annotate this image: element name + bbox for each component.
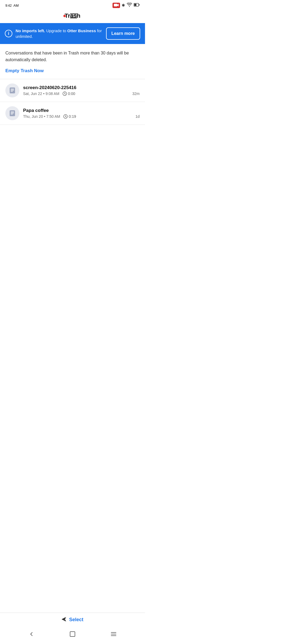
wifi-icon bbox=[127, 3, 132, 8]
svg-rect-7 bbox=[11, 90, 14, 90]
header: Trash bbox=[0, 10, 145, 23]
camera-icon bbox=[113, 3, 120, 8]
conversation-age: 32m bbox=[132, 92, 140, 96]
svg-rect-0 bbox=[114, 4, 117, 6]
svg-rect-12 bbox=[11, 113, 14, 113]
svg-rect-11 bbox=[11, 112, 14, 112]
banner-text: No imports left. Upgrade to Otter Busine… bbox=[16, 28, 103, 39]
conversation-details: Papa coffee Thu, Jun 20 • 7:50 AM 0:19 1… bbox=[23, 108, 140, 119]
upgrade-banner: i No imports left. Upgrade to Otter Busi… bbox=[0, 23, 145, 44]
svg-marker-1 bbox=[117, 4, 119, 6]
status-icons: ✱ bbox=[113, 3, 140, 8]
status-bar: 9:42 AM ✱ bbox=[0, 0, 145, 10]
conversation-age: 1d bbox=[135, 114, 140, 119]
empty-trash-button[interactable]: Empty Trash Now bbox=[0, 65, 49, 79]
conversation-meta: Sat, Jun 22 • 9:08 AM 0:00 32m bbox=[23, 92, 140, 96]
conversation-icon bbox=[5, 83, 19, 97]
conversation-icon bbox=[5, 106, 19, 120]
svg-rect-8 bbox=[11, 91, 13, 92]
hamburger-icon[interactable] bbox=[70, 13, 77, 18]
conversation-details: screen-20240620-225416 Sat, Jun 22 • 9:0… bbox=[23, 85, 140, 96]
clock-icon bbox=[63, 92, 67, 96]
conversation-duration: 0:00 bbox=[63, 92, 75, 96]
conversation-title: screen-20240620-225416 bbox=[23, 85, 140, 90]
banner-content: i No imports left. Upgrade to Otter Busi… bbox=[5, 28, 103, 39]
banner-message3: Otter Business bbox=[67, 28, 96, 33]
banner-message1: No imports left. bbox=[16, 28, 45, 33]
conversation-date: Sat, Jun 22 • 9:08 AM bbox=[23, 92, 59, 96]
svg-rect-4 bbox=[139, 4, 140, 6]
svg-rect-6 bbox=[11, 89, 14, 89]
conversation-date: Thu, Jun 20 • 7:50 AM bbox=[23, 114, 60, 119]
banner-info-icon: i bbox=[5, 30, 12, 37]
notification-dot bbox=[63, 15, 66, 17]
transcript-icon bbox=[9, 110, 16, 117]
conversation-list: screen-20240620-225416 Sat, Jun 22 • 9:0… bbox=[0, 79, 145, 125]
status-time-suffix: AM bbox=[13, 3, 19, 8]
bluetooth-icon: ✱ bbox=[122, 3, 125, 8]
svg-rect-3 bbox=[134, 4, 136, 6]
list-item[interactable]: Papa coffee Thu, Jun 20 • 7:50 AM 0:19 1… bbox=[0, 102, 145, 125]
svg-rect-13 bbox=[11, 114, 13, 114]
list-item[interactable]: screen-20240620-225416 Sat, Jun 22 • 9:0… bbox=[0, 79, 145, 102]
banner-message2: Upgrade to bbox=[45, 28, 67, 33]
trash-description: Conversations that have been in Trash mo… bbox=[0, 44, 145, 65]
transcript-icon bbox=[9, 87, 16, 94]
learn-more-button[interactable]: Learn more bbox=[106, 27, 140, 40]
battery-icon bbox=[134, 3, 140, 8]
status-time: 9:42 AM bbox=[5, 3, 19, 8]
conversation-meta: Thu, Jun 20 • 7:50 AM 0:19 1d bbox=[23, 114, 140, 119]
conversation-duration: 0:19 bbox=[63, 114, 76, 119]
conversation-title: Papa coffee bbox=[23, 108, 140, 113]
clock-icon bbox=[63, 114, 68, 119]
